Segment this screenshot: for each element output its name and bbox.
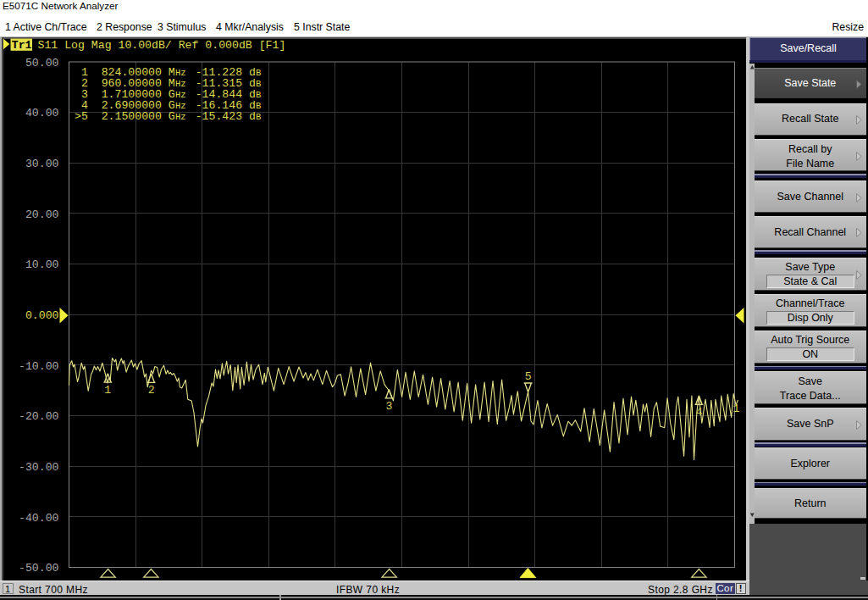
- svg-text:>5 2.1500000 GHz-15.423 dB: >5 2.1500000 GHz-15.423 dB: [75, 110, 261, 123]
- svg-text:0.000: 0.000: [25, 309, 59, 322]
- svg-text:-30.00: -30.00: [19, 461, 59, 474]
- svg-text:5: 5: [525, 370, 532, 383]
- svg-text:4: 4: [695, 406, 702, 419]
- svg-text:2: 2: [148, 384, 155, 397]
- svg-text:40.00: 40.00: [25, 107, 59, 119]
- svg-text:1: 1: [733, 403, 740, 415]
- svg-text:30.00: 30.00: [25, 158, 59, 170]
- svg-text:-10.00: -10.00: [19, 360, 59, 373]
- svg-text:-20.00: -20.00: [19, 410, 59, 423]
- svg-text:20.00: 20.00: [25, 208, 59, 221]
- svg-text:-40.00: -40.00: [19, 512, 59, 525]
- svg-text:-50.00: -50.00: [19, 562, 59, 575]
- svg-text:S11 Log Mag 10.00dB/ Ref 0.000: S11 Log Mag 10.00dB/ Ref 0.000dB [F1]: [38, 39, 286, 52]
- svg-text:1: 1: [104, 384, 111, 397]
- svg-text:3: 3: [385, 400, 392, 413]
- svg-text:50.00: 50.00: [25, 57, 59, 69]
- svg-text:10.00: 10.00: [25, 258, 59, 271]
- svg-text:Tr1: Tr1: [12, 39, 32, 52]
